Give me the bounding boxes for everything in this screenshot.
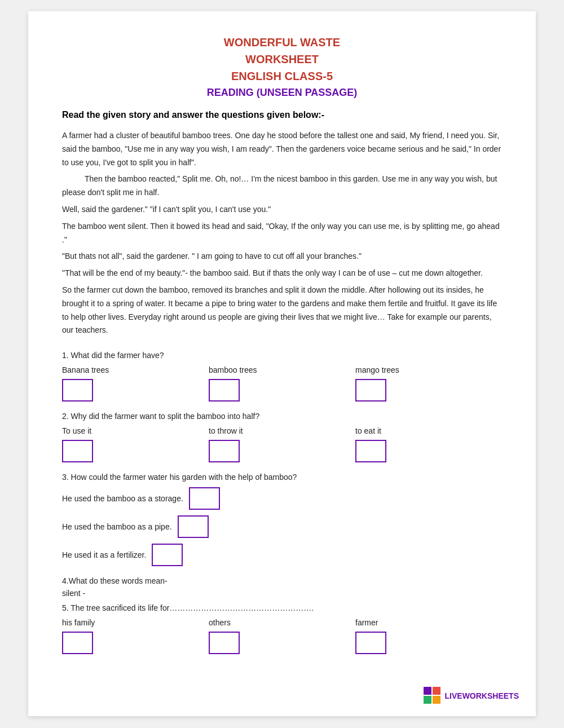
q2-option-1: To use it [62,426,209,462]
svg-rect-1 [433,687,440,695]
q3-label-2: He used the bamboo as a pipe. [62,522,172,531]
passage-p2: Then the bamboo reacted," Split me. Oh, … [62,173,502,200]
q2-text: 2. Why did the farmer want to split the … [62,412,502,421]
svg-rect-0 [424,687,431,695]
q1-text: 1. What did the farmer have? [62,351,502,360]
q5-section: 5. The tree sacrificed its life for……………… [62,603,502,654]
q4-section: 4.What do these words mean- silent - [62,576,502,598]
q3-option-2: He used the bamboo as a pipe. [62,515,502,538]
q5-label-3: farmer [355,618,378,627]
q5-label-2: others [209,618,231,627]
q1-box-2[interactable] [209,379,240,401]
header-title: WONDERFUL WASTE WORKSHEET ENGLISH CLASS-… [62,34,502,85]
q3-box-2[interactable] [178,515,209,538]
q4-subq: silent - [62,589,502,598]
q2-label-3: to eat it [355,426,381,435]
q1-option-3: mango trees [355,365,502,401]
q3-option-1: He used the bamboo as a storage. [62,487,502,510]
passage-p5: "But thats not all", said the gardener. … [62,250,502,263]
header: WONDERFUL WASTE WORKSHEET ENGLISH CLASS-… [62,34,502,99]
q1-option-2: bamboo trees [209,365,355,401]
q5-box-1[interactable] [62,632,93,654]
title-line1: WONDERFUL WASTE [224,36,340,48]
q3-label-3: He used it as a fertilizer. [62,550,146,559]
q5-box-3[interactable] [355,632,386,654]
passage-p4: The bamboo went silent. Then it bowed it… [62,220,502,247]
passage-p1: A farmer had a cluster of beautiful bamb… [62,129,502,169]
logo-text: LIVEWORKSHEETS [445,691,519,700]
q2-label-1: To use it [62,426,91,435]
q2-option-3: to eat it [355,426,502,462]
q2-label-2: to throw it [209,426,243,435]
q1-option-1: Banana trees [62,365,209,401]
q1-label-3: mango trees [355,365,399,374]
q5-option-1: his family [62,618,209,654]
q5-text: 5. The tree sacrificed its life for……………… [62,603,502,612]
q5-label-1: his family [62,618,95,627]
q5-options: his family others farmer [62,618,502,654]
q2-box-1[interactable] [62,440,93,462]
q1-label-1: Banana trees [62,365,109,374]
liveworksheets-logo: LIVEWORKSHEETS [424,687,519,705]
svg-rect-3 [433,696,440,704]
q2-box-2[interactable] [209,440,240,462]
passage-p6: "That will be the end of my beauty."- th… [62,267,502,280]
q4-text: 4.What do these words mean- [62,576,502,585]
passage: A farmer had a cluster of beautiful bamb… [62,129,502,337]
header-subtitle: READING (UNSEEN PASSAGE) [62,87,502,99]
logo-svg [424,687,442,705]
q3-label-1: He used the bamboo as a storage. [62,494,183,503]
q1-box-1[interactable] [62,379,93,401]
title-line2: WORKSHEET [245,53,319,65]
logo-icon [424,687,442,705]
q1-box-3[interactable] [355,379,386,401]
q2-option-2: to throw it [209,426,355,462]
q1-label-2: bamboo trees [209,365,257,374]
passage-p7: So the farmer cut down the bamboo, remov… [62,284,502,337]
q3-box-3[interactable] [152,544,183,566]
q5-option-2: others [209,618,355,654]
q5-option-3: farmer [355,618,502,654]
q2-box-3[interactable] [355,440,386,462]
q3-options: He used the bamboo as a storage. He used… [62,487,502,566]
q5-box-2[interactable] [209,632,240,654]
q1-options: Banana trees bamboo trees mango trees [62,365,502,401]
q2-options: To use it to throw it to eat it [62,426,502,462]
passage-p3: Well, said the gardener." "if I can't sp… [62,203,502,217]
q3-option-3: He used it as a fertilizer. [62,544,502,566]
svg-rect-2 [424,696,431,704]
q3-box-1[interactable] [189,487,220,510]
worksheet-page: WONDERFUL WASTE WORKSHEET ENGLISH CLASS-… [28,11,536,716]
title-line3: ENGLISH CLASS-5 [231,70,333,82]
section-heading: Read the given story and answer the ques… [62,110,502,120]
q3-text: 3. How could the farmer water his garden… [62,473,502,482]
